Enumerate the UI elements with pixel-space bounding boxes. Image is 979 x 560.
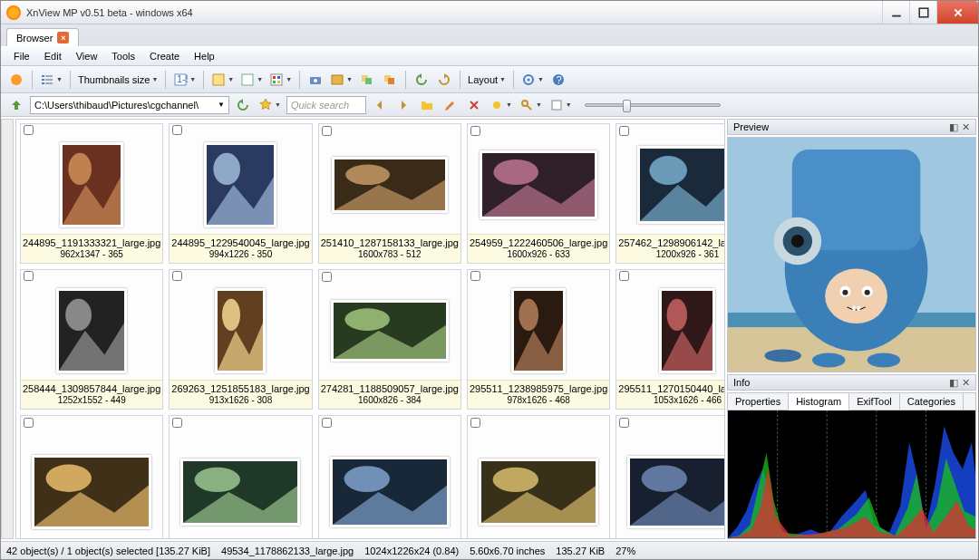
rotate-ccw-icon[interactable] [412, 70, 431, 90]
menu-file[interactable]: File [8, 49, 35, 63]
tab-close-icon[interactable]: × [57, 32, 69, 43]
thumbnail-item[interactable] [169, 415, 312, 539]
menu-tools[interactable]: Tools [106, 49, 141, 63]
thumb-image[interactable] [21, 282, 162, 380]
panel-close-icon[interactable]: ✕ [962, 377, 970, 389]
acquire-icon[interactable] [305, 70, 325, 90]
tab-categories[interactable]: Categories [900, 393, 964, 410]
settings-icon[interactable]: ▼ [519, 72, 546, 87]
thumb-image[interactable] [616, 282, 725, 380]
thumbnail-item[interactable]: 295511_1270150440_large.jpg1053x1626 - 4… [616, 269, 725, 410]
thumb-checkbox[interactable] [24, 271, 34, 281]
thumb-image[interactable] [468, 282, 609, 380]
undock-icon[interactable]: ◧ [949, 377, 958, 389]
star-favorites-icon[interactable]: ▼ [257, 98, 283, 112]
thumb-checkbox[interactable] [470, 126, 480, 136]
layout-dropdown[interactable]: Layout▼ [466, 74, 508, 85]
layout-label: Layout [468, 74, 498, 85]
thumb-image[interactable] [170, 429, 311, 539]
histogram-view[interactable] [727, 410, 976, 539]
path-input[interactable]: C:\Users\thibaud\Pictures\cgchannel\▼ [30, 96, 229, 114]
maximize-button[interactable] [909, 1, 936, 24]
thumb-checkbox[interactable] [322, 126, 332, 136]
thumb-image[interactable] [616, 137, 725, 234]
edit-icon[interactable] [441, 95, 460, 115]
tag-color-icon[interactable]: ▼ [267, 72, 294, 87]
go-up-icon[interactable] [6, 95, 26, 115]
thumb-checkbox[interactable] [172, 418, 182, 428]
delete-icon[interactable] [464, 95, 484, 115]
thumbnail-item[interactable]: 295511_1238985975_large.jpg978x1626 - 46… [467, 269, 610, 410]
tab-histogram[interactable]: Histogram [789, 393, 849, 410]
thumbnail-item[interactable]: 244895_1229540045_large.jpg994x1226 - 35… [169, 123, 312, 264]
menu-edit[interactable]: Edit [39, 49, 67, 63]
thumbnail-item[interactable] [318, 415, 461, 539]
thumb-image[interactable] [170, 136, 311, 234]
tab-properties[interactable]: Properties [728, 393, 789, 410]
about-icon[interactable] [6, 70, 26, 90]
menu-help[interactable]: Help [189, 49, 220, 63]
forward-icon[interactable] [393, 95, 413, 115]
thumb-checkbox[interactable] [172, 271, 182, 281]
thumb-checkbox[interactable] [619, 271, 629, 281]
thumbnail-item[interactable]: 257462_1298906142_large.jpg1200x926 - 36… [616, 123, 725, 264]
thumb-image[interactable] [468, 429, 609, 539]
refresh-path-icon[interactable] [233, 95, 253, 115]
tag-color-small-icon[interactable]: ▼ [548, 98, 574, 112]
menu-view[interactable]: View [71, 49, 103, 63]
thumbnails-size-dropdown[interactable]: Thumbnails size▼ [76, 74, 160, 85]
left-scrollbar[interactable] [1, 119, 14, 539]
thumbnail-size-slider[interactable] [585, 103, 721, 107]
batch-convert-icon[interactable] [357, 70, 377, 90]
thumb-image[interactable] [319, 283, 460, 380]
menu-create[interactable]: Create [144, 49, 185, 63]
tab-exiftool[interactable]: ExifTool [849, 393, 900, 410]
tag-rating-icon[interactable]: ▼ [488, 98, 514, 112]
thumbnail-item[interactable]: 244895_1191333321_large.jpg962x1347 - 36… [20, 123, 163, 264]
chevron-down-icon[interactable]: ▼ [218, 101, 225, 109]
rotate-cw-icon[interactable] [434, 70, 454, 90]
export-icon[interactable] [380, 70, 400, 90]
slider-knob[interactable] [623, 100, 631, 112]
thumb-image[interactable] [21, 136, 162, 234]
thumb-image[interactable] [616, 429, 725, 539]
close-button[interactable] [936, 1, 978, 24]
preview-pane[interactable] [727, 137, 976, 372]
thumb-image[interactable] [468, 137, 609, 234]
help-icon[interactable]: ? [548, 70, 568, 90]
thumbnail-item[interactable]: 269263_1251855183_large.jpg913x1626 - 30… [169, 269, 312, 410]
convert-icon[interactable]: ▼ [328, 72, 354, 87]
thumb-image[interactable] [319, 137, 460, 234]
thumb-checkbox[interactable] [24, 418, 34, 428]
thumbnail-item[interactable]: 258444_1309857844_large.jpg1252x1552 - 4… [20, 269, 163, 410]
tag-key-icon[interactable]: ▼ [518, 98, 544, 112]
back-icon[interactable] [370, 95, 390, 115]
thumbnail-item[interactable]: 274281_1188509057_large.jpg1600x826 - 38… [318, 269, 461, 410]
favorites-icon[interactable]: ▼ [209, 72, 236, 87]
thumb-checkbox[interactable] [470, 271, 480, 281]
thumb-checkbox[interactable] [322, 418, 332, 428]
thumb-checkbox[interactable] [24, 125, 34, 135]
thumbnail-item[interactable] [467, 415, 610, 539]
thumb-checkbox[interactable] [470, 418, 480, 428]
panel-close-icon[interactable]: ✕ [962, 121, 970, 133]
sort-icon[interactable]: 1-5▼ [171, 72, 198, 87]
thumbnail-item[interactable]: 254959_1222460506_large.jpg1600x926 - 63… [467, 123, 610, 264]
thumb-checkbox[interactable] [322, 272, 332, 282]
thumbnail-item[interactable] [616, 415, 725, 539]
thumb-checkbox[interactable] [619, 126, 629, 136]
thumb-image[interactable] [21, 429, 162, 539]
thumb-image[interactable] [319, 429, 460, 539]
folder-icon[interactable] [417, 95, 437, 115]
tab-browser[interactable]: Browser × [6, 28, 79, 46]
view-list-icon[interactable]: ▼ [38, 72, 64, 87]
thumb-checkbox[interactable] [619, 418, 629, 428]
quick-search-input[interactable]: Quick search [286, 96, 366, 114]
thumbnail-item[interactable] [20, 415, 163, 539]
minimize-button[interactable] [882, 1, 909, 24]
filter-icon[interactable]: ▼ [238, 72, 265, 87]
undock-icon[interactable]: ◧ [949, 121, 958, 133]
thumb-image[interactable] [170, 282, 311, 380]
thumb-checkbox[interactable] [172, 125, 182, 135]
thumbnail-item[interactable]: 251410_1287158133_large.jpg1600x783 - 51… [318, 123, 461, 264]
